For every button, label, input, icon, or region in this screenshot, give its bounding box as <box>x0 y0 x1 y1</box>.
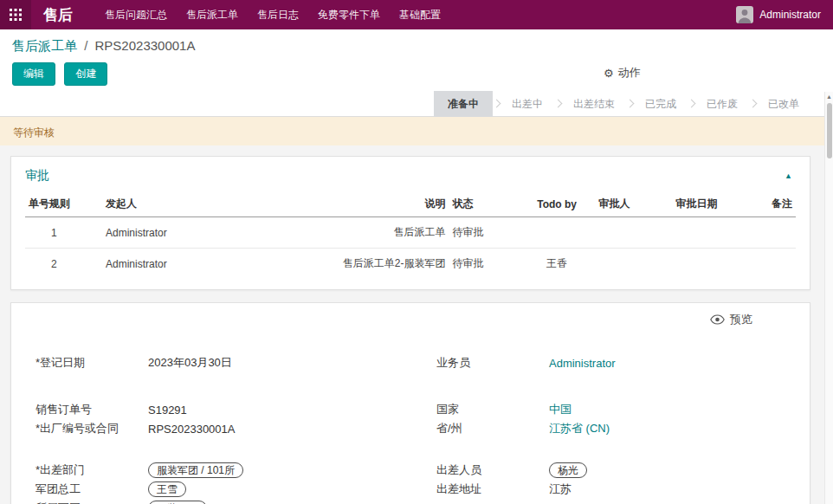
create-button[interactable]: 创建 <box>64 62 107 86</box>
menu-item-logs[interactable]: 售后日志 <box>248 0 308 29</box>
table-row[interactable]: 1 Administrator 售后派工单 待审批 <box>25 217 796 249</box>
field-state: 省/州 江苏省 (CN) <box>436 421 785 436</box>
table-row[interactable]: 2 Administrator 售后派工单2-服装军团 待审批 王香 <box>25 249 796 280</box>
scrollbar-thumb[interactable] <box>827 103 832 158</box>
menu-item-base-config[interactable]: 基础配置 <box>390 0 450 29</box>
field-country: 国家 中国 <box>436 402 785 417</box>
approval-section-header: 审批 ▲ <box>25 168 796 184</box>
cell-rule: 2 <box>25 249 102 280</box>
cell-description: 售后派工单2-服装军团 <box>318 249 449 280</box>
top-navbar: 售后 售后问题汇总 售后派工单 售后日志 免费零件下单 基础配置 Adminis… <box>0 0 833 29</box>
approval-title: 审批 <box>25 168 49 184</box>
eye-icon <box>710 314 725 325</box>
col-header-approve-date: 审批日期 <box>673 191 750 217</box>
cell-note <box>750 217 796 249</box>
cell-status: 待审批 <box>449 217 518 249</box>
collapse-caret-icon[interactable]: ▲ <box>781 170 796 182</box>
preview-label: 预览 <box>730 312 752 327</box>
approval-table: 单号规则 发起人 说明 状态 Todo by 审批人 审批日期 备注 1 Adm… <box>25 191 796 279</box>
gear-icon: ⚙ <box>604 67 614 80</box>
action-menu-label: 动作 <box>618 65 641 81</box>
statusbar: 准备中 出差中 出差结束 已完成 已作废 已改单 <box>0 91 833 117</box>
form-sheet: 预览 *登记日期 2023年03月30日 销售订单号 S19291 <box>10 302 810 504</box>
edit-button[interactable]: 编辑 <box>12 62 55 86</box>
status-step-cancelled[interactable]: 已作废 <box>695 91 749 117</box>
col-header-todo-by: Todo by <box>519 191 596 217</box>
field-travel-address: 出差地址 江苏 <box>436 481 785 497</box>
status-step-done[interactable]: 已完成 <box>634 91 688 117</box>
chevron-right-icon <box>749 100 758 108</box>
user-avatar <box>736 6 753 23</box>
field-label: *出厂编号或合同 <box>36 421 148 436</box>
cell-approve-date <box>673 249 750 280</box>
breadcrumb-separator: / <box>84 38 87 53</box>
table-header-row: 单号规则 发起人 说明 状态 Todo by 审批人 审批日期 备注 <box>25 191 796 217</box>
field-register-date: *登记日期 2023年03月30日 <box>36 355 384 371</box>
form-grid: *登记日期 2023年03月30日 销售订单号 S19291 *出厂编号或合同 … <box>25 355 796 504</box>
user-name: Administrator <box>759 9 821 21</box>
menu-item-issue-summary[interactable]: 售后问题汇总 <box>95 0 177 29</box>
apps-menu-button[interactable] <box>0 0 31 29</box>
preview-toggle[interactable]: 预览 <box>25 312 796 327</box>
chevron-right-icon <box>688 100 696 108</box>
field-value: S19291 <box>148 404 187 417</box>
button-row: 编辑 创建 ⚙ 动作 <box>12 62 821 85</box>
cell-todo-by <box>519 217 596 249</box>
status-step-amended[interactable]: 已改单 <box>757 91 810 117</box>
field-travel-person: 出差人员 杨光 <box>436 462 785 478</box>
cell-todo-by: 王香 <box>519 249 596 280</box>
cell-initiator: Administrator <box>102 249 318 280</box>
country-link[interactable]: 中国 <box>549 402 571 417</box>
engineer-tag: 王雪 <box>148 481 186 497</box>
approval-section: 审批 ▲ 单号规则 发起人 说明 状态 Todo by 审批人 审批日期 备注 <box>10 156 810 290</box>
field-label: 销售订单号 <box>36 402 148 417</box>
field-label: 出差人员 <box>436 462 549 478</box>
breadcrumb-current: RPS202330001A <box>95 38 196 53</box>
field-legion: 所属军团 服装军团 <box>36 501 384 504</box>
travel-person-tag: 杨光 <box>549 462 587 478</box>
person-icon <box>736 6 753 23</box>
col-header-rule: 单号规则 <box>25 191 102 217</box>
legion-tag: 服装军团 <box>148 501 207 504</box>
cell-description: 售后派工单 <box>318 217 449 249</box>
field-sales-order: 销售订单号 S19291 <box>36 402 384 417</box>
status-step-on-trip[interactable]: 出差中 <box>500 91 554 117</box>
field-label: *登记日期 <box>36 355 148 371</box>
user-menu[interactable]: Administrator <box>736 6 833 23</box>
field-label: 国家 <box>436 402 549 417</box>
scroll-up-arrow-icon[interactable]: ▲ <box>825 93 833 101</box>
field-chief-engineer: 军团总工 王雪 <box>36 481 384 497</box>
cell-approve-date <box>673 217 750 249</box>
field-label: 省/州 <box>436 421 549 436</box>
action-menu-button[interactable]: ⚙ 动作 <box>604 65 641 81</box>
field-label: *出差部门 <box>36 462 148 478</box>
field-label: 出差地址 <box>436 481 549 497</box>
status-step-preparing[interactable]: 准备中 <box>434 91 493 117</box>
cell-note <box>750 249 796 280</box>
vertical-scrollbar[interactable]: ▲ <box>824 92 833 504</box>
field-label: 业务员 <box>436 355 549 371</box>
menu-item-free-parts-order[interactable]: 免费零件下单 <box>308 0 390 29</box>
field-factory-no: *出厂编号或合同 RPS202330001A <box>36 421 384 436</box>
apps-grid-icon <box>10 9 22 21</box>
breadcrumb: 售后派工单 / RPS202330001A <box>12 37 821 55</box>
breadcrumb-parent-link[interactable]: 售后派工单 <box>12 38 77 53</box>
col-header-approver: 审批人 <box>596 191 673 217</box>
form-left-column: *登记日期 2023年03月30日 销售订单号 S19291 *出厂编号或合同 … <box>36 355 384 504</box>
col-header-note: 备注 <box>750 191 796 217</box>
cell-status: 待审批 <box>449 249 518 280</box>
salesperson-link[interactable]: Administrator <box>549 357 616 370</box>
app-title[interactable]: 售后 <box>43 5 73 25</box>
cell-initiator: Administrator <box>102 217 318 249</box>
state-link[interactable]: 江苏省 (CN) <box>549 421 610 436</box>
field-value: RPS202330001A <box>148 423 235 436</box>
field-salesperson: 业务员 Administrator <box>436 355 785 371</box>
main-menu: 售后问题汇总 售后派工单 售后日志 免费零件下单 基础配置 <box>95 0 450 29</box>
status-step-trip-ended[interactable]: 出差结束 <box>562 91 626 117</box>
field-label: 所属军团 <box>36 501 148 504</box>
menu-item-dispatch-orders[interactable]: 售后派工单 <box>177 0 248 29</box>
chevron-right-icon <box>626 100 635 108</box>
col-header-status: 状态 <box>449 191 518 217</box>
chevron-right-icon <box>554 100 563 108</box>
field-depart-dept: *出差部门 服装军团 / 101所 <box>36 462 384 478</box>
